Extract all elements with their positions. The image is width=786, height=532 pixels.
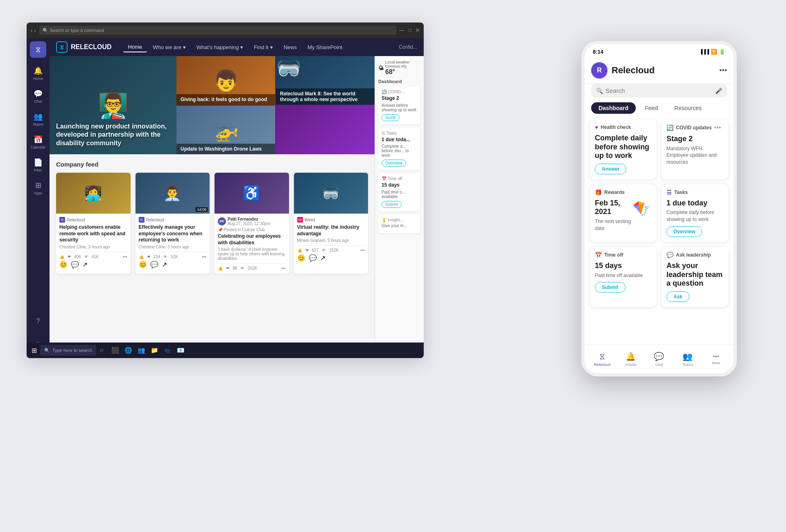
card-more-3[interactable]: ••• <box>360 248 365 252</box>
tab-resources[interactable]: Resources <box>667 102 709 114</box>
sp-logo: ⧖ RELECLOUD <box>56 41 112 53</box>
health-answer-btn[interactable]: Answer <box>595 164 626 174</box>
minimize-btn[interactable]: — <box>400 27 404 33</box>
activity-nav-icon: 🔔 <box>626 352 636 361</box>
title-bar-search[interactable]: 🔍 Search or type a command <box>39 26 396 35</box>
mobile-nav-activity[interactable]: 🔔 Activity <box>620 352 641 367</box>
confidence-text: Confid... <box>399 44 417 50</box>
like-icon-3: 👍 <box>297 248 302 252</box>
taskbar-app-folder[interactable]: 📁 <box>149 345 160 356</box>
hero-banner: 👨‍🏫 Launching new product innovation, de… <box>50 56 375 154</box>
taskbar: ⊞ 🔍 Type here to search ○ ⬛ 🌐 👥 📁 🛍 📧 <box>50 343 424 358</box>
sidebar-item-teams[interactable]: 👥 Teams <box>28 108 48 130</box>
sp-nav-whatshappening[interactable]: What's happening ▾ <box>192 43 248 52</box>
mobile-card-covid-header: 🔄 COVID updates ••• <box>666 124 723 131</box>
hero-grid-item-0[interactable]: 👦 Giving back: it feels good to do good <box>176 56 275 105</box>
close-btn[interactable]: ✕ <box>416 27 420 33</box>
sp-logo-icon: ⧖ <box>56 41 68 53</box>
mobile-search-input[interactable] <box>605 87 713 94</box>
mobile-nav-more[interactable]: ••• More <box>706 353 726 365</box>
mobile-grid-row-2: 🎁 Rewards Feb 15, 2021 The next vesting … <box>590 184 729 242</box>
like-icon-0: 👍 <box>59 255 64 259</box>
share-1[interactable]: ↗ <box>162 261 167 268</box>
feed-card-body-3: W Wired Virtual reality: the industry ad… <box>294 214 368 265</box>
hero-grid-item-2[interactable]: 🚁 Update to Washington Drone Laws <box>176 106 275 154</box>
nav-forward[interactable]: › <box>34 27 36 34</box>
heart-icon-2: ❤ <box>226 266 229 271</box>
title-bar-nav: ‹ › <box>31 27 36 34</box>
mobile-nav-teams[interactable]: 👥 Teams <box>678 352 698 367</box>
mobile-card-tasks-header: ☰ Tasks <box>666 189 723 196</box>
maximize-btn[interactable]: □ <box>409 27 411 33</box>
company-feed: Company feed 👩‍💻 R Relecloud <box>50 154 375 358</box>
comment-0[interactable]: 💬 <box>71 261 79 268</box>
mobile-card-leadership: 💬 Ask leadership Ask your leadership tea… <box>661 246 729 307</box>
feed-card-desc-2: 'I have dyslexia': A chief engineer spok… <box>218 247 286 261</box>
dash-card-covid-label: 🔄 COVID... <box>382 90 417 94</box>
mobile-nav-chat[interactable]: 💬 Chat <box>649 352 669 367</box>
dash-covid-btn[interactable]: Sumit <box>382 114 400 121</box>
taskbar-search[interactable]: 🔍 Type here to search <box>50 345 96 356</box>
feed-card-user-2: PF Patti Fernandez Aug 27, 2020, 12:30pm <box>218 217 286 226</box>
tab-dashboard[interactable]: Dashboard <box>591 102 636 114</box>
emoji-1[interactable]: 😊 <box>139 261 147 268</box>
sp-actions: Confid... <box>399 44 417 50</box>
sp-nav-mysharepoint[interactable]: My SharePoint <box>303 43 347 52</box>
share-3[interactable]: ↗ <box>320 254 325 262</box>
sp-nav-home[interactable]: Home <box>123 42 147 52</box>
feed-card-img-2: ♿ <box>215 173 289 214</box>
share-0[interactable]: ↗ <box>82 261 88 268</box>
mobile-search-bar[interactable]: 🔍 🎤 <box>591 84 727 97</box>
covid-icon: 🔄 <box>382 90 386 94</box>
timeoff-submit-btn[interactable]: Submit <box>595 282 626 293</box>
feed-card-title-3: Virtual reality: the industry advantage <box>297 224 365 237</box>
sidebar-item-help[interactable]: ? <box>28 311 48 332</box>
covid-title: Stage 2 <box>666 135 723 144</box>
microphone-icon[interactable]: 🎤 <box>715 88 722 94</box>
covid-more-btn[interactable]: ••• <box>714 124 721 131</box>
taskbar-app-screen[interactable]: ⬛ <box>110 345 121 356</box>
dash-timeoff-btn[interactable]: Submit <box>382 201 402 208</box>
feed-card-source-1: R Relecloud <box>139 217 207 223</box>
sp-nav-whoweare[interactable]: Who we are ▾ <box>148 43 190 52</box>
hero-grid-item-1[interactable]: 🥽 Relecloud Mark 8: See the world throug… <box>276 56 375 105</box>
sidebar-item-apps[interactable]: ⊞ Apps <box>28 177 48 198</box>
taskbar-app-teams[interactable]: 👥 <box>136 345 147 356</box>
sidebar-item-chat[interactable]: 💬 Chat <box>28 86 48 107</box>
hero-grid-label-2: Update to Washington Drone Laws <box>176 144 275 154</box>
relecloud-logo-icon: ⧖ <box>36 45 41 54</box>
comment-1[interactable]: 💬 <box>150 261 158 268</box>
timeoff-title: 15 days <box>595 261 652 271</box>
timeoff-label: Time off <box>604 252 623 258</box>
card-more-2[interactable]: ••• <box>281 266 286 271</box>
dash-card-tasks-sub: Complete d... before sho... to work <box>382 144 417 158</box>
feed-card-img-0: 👩‍💻 <box>56 173 131 214</box>
card-more-1[interactable]: ••• <box>202 255 206 259</box>
like-icon-2: 👍 <box>218 266 223 271</box>
emoji-3[interactable]: 😊 <box>297 254 305 262</box>
emoji-0[interactable]: 😊 <box>59 261 68 268</box>
tab-feed[interactable]: Feed <box>637 102 665 114</box>
sidebar-item-calendar[interactable]: 📅 Calendar <box>28 131 48 153</box>
mobile-card-tasks: ☰ Tasks 1 due today Complete daily befor… <box>661 184 729 242</box>
sp-nav-news[interactable]: News <box>279 43 302 52</box>
comment-3[interactable]: 💬 <box>309 254 317 262</box>
nav-back[interactable]: ‹ <box>31 27 32 34</box>
dash-tasks-btn[interactable]: Overview <box>382 160 406 167</box>
mobile-card-timeoff: 📅 Time off 15 days Paid time off availab… <box>590 246 657 307</box>
taskbar-app-edge[interactable]: 🌐 <box>123 345 134 356</box>
taskbar-app-mail[interactable]: 📧 <box>176 345 186 356</box>
tasks-overview-btn[interactable]: Overview <box>666 226 702 237</box>
taskbar-search-circle[interactable]: ○ <box>99 347 104 354</box>
mobile-nav-relecloud[interactable]: ⧖ Relecloud <box>592 352 612 367</box>
sidebar-item-activity[interactable]: 🔔 Home <box>28 63 48 84</box>
sp-nav-findit[interactable]: Find it ▾ <box>249 43 278 52</box>
card-more-0[interactable]: ••• <box>123 255 127 259</box>
relecloud-source-icon-1: R <box>139 217 145 223</box>
leadership-ask-btn[interactable]: Ask <box>666 291 689 302</box>
sidebar-item-files[interactable]: 📄 Files <box>28 154 48 176</box>
taskbar-app-store[interactable]: 🛍 <box>163 345 173 356</box>
chat-nav-icon: 💬 <box>654 352 664 361</box>
feed-card-actions-2: 👍 ❤ 98 👁 152K ••• <box>218 263 286 271</box>
mobile-more-button[interactable]: ••• <box>719 66 727 75</box>
